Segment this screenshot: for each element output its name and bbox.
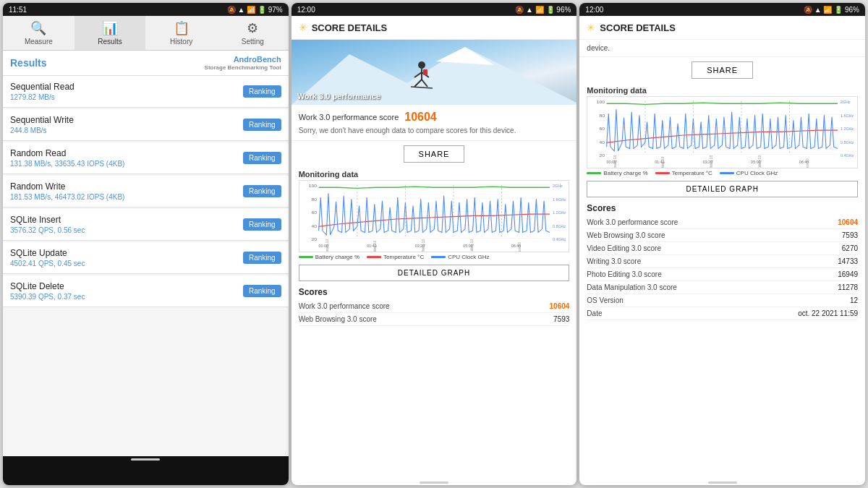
svg-text:100: 100: [309, 184, 318, 188]
result-value: 244.8 MB/s: [10, 127, 74, 134]
ranking-button[interactable]: Ranking: [243, 285, 281, 297]
svg-text:Writing 3.0: Writing 3.0: [710, 155, 713, 168]
score-row-value: 10604: [838, 218, 858, 226]
hero-label-2: Work 3.0 performance: [297, 92, 380, 100]
androbench-logo: AndroBench Storage Benchmarking Tool: [205, 55, 281, 71]
star-icon-3: ✳: [587, 22, 595, 33]
monitoring-chart-2: 100 80 60 40 20 2GHz 1.6GHz 1.2GHz 0.8GH…: [299, 180, 570, 252]
status-bar-3: 12:00 🔕 ▲ 📶 🔋 96%: [579, 3, 865, 16]
score-header-title-3: SCORE DETAILS: [600, 22, 676, 33]
table-row: SQLite Insert 3576.32 QPS, 0.56 sec Rank…: [3, 209, 289, 241]
svg-text:2GHz: 2GHz: [841, 100, 851, 105]
legend-battery-3: Battery charge %: [587, 170, 647, 176]
score-header-title-2: SCORE DETAILS: [312, 22, 388, 33]
nav-setting[interactable]: ⚙ Setting: [217, 16, 289, 50]
star-icon: ✳: [299, 22, 307, 33]
svg-text:Video Editing 3.0: Video Editing 3.0: [373, 240, 377, 252]
score-row-value: 16949: [838, 270, 858, 278]
svg-text:0.8GHz: 0.8GHz: [553, 224, 566, 228]
result-name: Random Write: [10, 181, 124, 192]
table-row: SQLite Update 4502.41 QPS, 0.45 sec Rank…: [3, 242, 289, 274]
score-row: OS Version 12: [587, 294, 858, 307]
scores-section-3: Scores Work 3.0 performance score 10604 …: [579, 200, 865, 323]
ranking-button[interactable]: Ranking: [243, 218, 281, 231]
score-row-value: 12: [850, 296, 858, 304]
ranking-button[interactable]: Ranking: [243, 252, 281, 264]
legend-cpu-label: CPU Clock GHz: [448, 254, 489, 260]
score-row-label: Writing 3.0 score: [587, 257, 641, 265]
share-button-2[interactable]: SHARE: [404, 145, 465, 163]
table-row: Sequential Write 244.8 MB/s Ranking: [3, 109, 289, 141]
legend-cpu: CPU Clock GHz: [431, 254, 489, 260]
detailed-graph-button-3[interactable]: DETAILED GRAPH: [587, 181, 858, 197]
ranking-button[interactable]: Ranking: [243, 152, 281, 164]
chart-legend-2: Battery charge % Temperature °C CPU Cloc…: [292, 252, 577, 262]
result-list: Sequential Read 1279.82 MB/s Ranking Seq…: [3, 76, 289, 456]
scores-section-2: Scores Work 3.0 performance score 10604 …: [292, 284, 577, 329]
result-value: 131.38 MB/s, 33635.43 IOPS (4KB): [10, 160, 124, 168]
score-header-3: ✳ SCORE DETAILS: [579, 16, 865, 40]
svg-text:60: 60: [311, 210, 317, 215]
svg-text:1.2GHz: 1.2GHz: [841, 127, 854, 131]
score-main-label: Work 3.0 performance score: [299, 113, 399, 121]
chart-svg-2: 100 80 60 40 20 2GHz 1.6GHz 1.2GHz 0.8GH…: [299, 181, 569, 252]
score-row: Photo Editing 3.0 score 16949: [587, 268, 858, 281]
status-icons-1: 🔕 ▲ 📶 🔋 97%: [227, 6, 283, 14]
results-icon: 📊: [102, 20, 118, 36]
share-button-3[interactable]: SHARE: [692, 61, 753, 79]
legend-temp-3: Temperature °C: [655, 170, 712, 176]
chart-svg-3: 100 80 60 40 20 2GHz 1.6GHz 1.2GHz 0.8GH…: [587, 97, 857, 168]
svg-text:Web Browsing 3.0: Web Browsing 3.0: [325, 239, 328, 252]
score-row-value: 6270: [842, 244, 858, 252]
svg-text:20: 20: [311, 236, 317, 241]
score-header-2: ✳ SCORE DETAILS: [292, 16, 577, 40]
table-row: Random Write 181.53 MB/s, 46473.02 IOPS …: [3, 176, 289, 207]
time-1: 11:51: [9, 6, 27, 14]
nav-results[interactable]: 📊 Results: [75, 16, 146, 50]
scores-section-title-2: Scores: [299, 287, 570, 297]
nav-history[interactable]: 📋 History: [145, 16, 217, 50]
phone-2: 12:00 🔕 ▲ 📶 🔋 96% ✳ SCORE DETAILS: [292, 3, 577, 485]
svg-text:80: 80: [311, 197, 317, 201]
ranking-button[interactable]: Ranking: [243, 119, 281, 131]
score-note: Sorry, we don't have enough data to comp…: [299, 127, 570, 134]
svg-text:Photo Editing 3.0: Photo Editing 3.0: [469, 239, 473, 252]
detailed-graph-button-2[interactable]: DETAILED GRAPH: [299, 265, 570, 281]
score-row-label: Data Manipulation 3.0 score: [587, 283, 677, 291]
results-header: Results AndroBench Storage Benchmarking …: [3, 51, 289, 76]
legend-temp-label-3: Temperature °C: [672, 170, 712, 176]
battery-2: 🔕 ▲ 📶 🔋 96%: [515, 6, 571, 14]
table-row: SQLite Delete 5390.39 QPS, 0.37 sec Rank…: [3, 275, 289, 307]
score-main-value: 10604: [404, 111, 437, 124]
ranking-button[interactable]: Ranking: [243, 185, 281, 197]
nav-measure[interactable]: 🔍 Measure: [3, 16, 75, 50]
score-row-value: 7593: [842, 231, 858, 239]
score-row: Work 3.0 performance score 10604: [299, 300, 570, 313]
svg-text:60: 60: [600, 127, 605, 131]
svg-text:Photo Editing 3.0: Photo Editing 3.0: [758, 155, 762, 168]
score-row-label: Web Browsing 3.0 score: [299, 315, 377, 323]
score-row-value: 14733: [838, 257, 858, 265]
svg-text:1.2GHz: 1.2GHz: [553, 210, 566, 215]
result-name: Sequential Write: [10, 115, 74, 125]
battery-legend-dot-3: [587, 172, 601, 174]
score-row-label: Web Browsing 3.0 score: [587, 231, 665, 239]
score-row-label: Work 3.0 performance score: [587, 218, 678, 226]
svg-text:0.8GHz: 0.8GHz: [841, 140, 854, 145]
temp-legend-dot-3: [655, 172, 670, 174]
score-row-label: Photo Editing 3.0 score: [587, 270, 661, 278]
battery-3: 🔕 ▲ 📶 🔋 96%: [804, 6, 859, 14]
battery-legend-dot: [299, 256, 313, 258]
svg-text:Writing 3.0: Writing 3.0: [421, 239, 425, 252]
result-value: 1279.82 MB/s: [10, 93, 75, 101]
score-row-label: Video Editing 3.0 score: [587, 244, 661, 252]
temp-legend-dot: [367, 256, 381, 258]
score-row: Work 3.0 performance score 10604: [587, 216, 858, 229]
result-name: SQLite Insert: [10, 215, 85, 225]
svg-text:40: 40: [600, 140, 605, 144]
result-name: SQLite Delete: [10, 281, 85, 291]
result-value: 181.53 MB/s, 46473.02 IOPS (4KB): [10, 193, 124, 201]
score-details-3: ✳ SCORE DETAILS device. SHARE Monitoring…: [579, 16, 865, 480]
legend-temp: Temperature °C: [367, 254, 424, 260]
ranking-button[interactable]: Ranking: [243, 85, 281, 98]
